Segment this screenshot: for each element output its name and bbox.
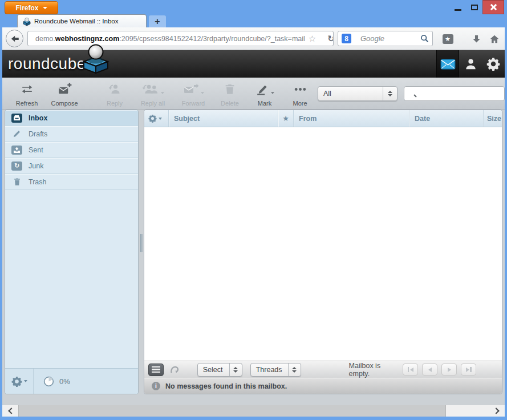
folder-label: Junk <box>29 162 43 170</box>
column-from[interactable]: From <box>293 110 409 127</box>
taskbar <box>436 50 505 78</box>
chevron-down-icon <box>43 7 47 9</box>
folder-label: Drafts <box>29 130 47 138</box>
previous-page-button[interactable] <box>422 364 437 375</box>
reply-all-label: Reply all <box>141 100 165 107</box>
chevron-down-icon <box>24 380 27 382</box>
reply-label: Reply <box>107 100 123 107</box>
bookmarks-menu-button[interactable]: ★ <box>440 32 461 46</box>
column-subject[interactable]: Subject <box>168 110 278 127</box>
task-mail[interactable] <box>436 50 459 78</box>
horizontal-scrollbar[interactable] <box>2 405 505 417</box>
column-date[interactable]: Date <box>409 110 483 127</box>
first-page-button[interactable] <box>403 364 418 375</box>
column-flag[interactable]: ★ <box>278 110 293 127</box>
mark-dropdown-icon[interactable] <box>271 92 274 94</box>
reply-all-dropdown-icon[interactable] <box>161 92 164 94</box>
refresh-icon <box>20 82 34 96</box>
message-list-header: Subject ★ From Date Size <box>144 110 502 127</box>
refresh-button[interactable]: Refresh <box>9 82 44 107</box>
threads-spinner-icon <box>288 364 301 376</box>
trash-icon <box>224 82 236 96</box>
select-spinner-icon <box>383 87 397 100</box>
browser-window: Firefox Roundcube Webmail :: Inbox + <box>0 0 507 420</box>
search-icon[interactable] <box>420 34 429 43</box>
reload-icon[interactable]: ↻ <box>327 34 334 43</box>
scroll-left-button[interactable] <box>2 405 18 417</box>
browser-search-box[interactable]: 8 Google <box>338 31 433 46</box>
delete-button[interactable]: Delete <box>214 82 245 107</box>
home-button[interactable] <box>487 32 502 46</box>
downloads-button[interactable] <box>469 32 484 46</box>
chevron-left-icon <box>8 407 14 414</box>
maximize-button[interactable] <box>466 0 482 14</box>
message-list-body[interactable] <box>144 127 502 361</box>
sent-icon <box>11 146 22 155</box>
mail-icon <box>440 59 456 70</box>
select-dropdown[interactable]: Select <box>197 363 242 377</box>
url-bar[interactable]: demo.webhostingnz.com:2095/cpsess9841522… <box>27 31 334 46</box>
thread-mode-icon[interactable] <box>169 364 180 375</box>
panel-splitter[interactable] <box>140 234 144 252</box>
folder-sent[interactable]: Sent <box>5 142 138 158</box>
window-controls <box>449 0 504 14</box>
folder-drafts[interactable]: Drafts <box>5 126 138 142</box>
scroll-right-button[interactable] <box>489 405 505 417</box>
back-button[interactable] <box>6 30 23 47</box>
url-path: :2095/cpsess9841522412/3rdparty/roundcub… <box>119 35 305 43</box>
column-size[interactable]: Size <box>483 110 502 127</box>
trash-icon <box>11 177 22 187</box>
new-tab-button[interactable]: + <box>149 15 166 27</box>
mail-search-box[interactable] <box>404 86 505 101</box>
reply-all-icon <box>141 82 159 96</box>
tab-roundcube-webmail[interactable]: Roundcube Webmail :: Inbox <box>17 14 147 27</box>
bookmarks-star-icon: ★ <box>443 34 453 44</box>
folder-label: Sent <box>29 146 43 154</box>
last-page-button[interactable] <box>461 364 476 375</box>
reply-button[interactable]: Reply <box>98 82 131 107</box>
task-settings[interactable] <box>482 50 505 78</box>
folder-junk[interactable]: ↻ Junk <box>5 158 138 174</box>
firefox-menu-button[interactable]: Firefox <box>5 1 58 14</box>
chevron-down-icon <box>159 118 162 120</box>
pencil-icon <box>11 130 22 139</box>
bookmark-star-icon[interactable]: ☆ <box>309 34 316 43</box>
more-label: More <box>293 100 307 107</box>
star-icon: ★ <box>282 114 289 123</box>
home-icon <box>489 34 500 44</box>
google-logo-icon: 8 <box>342 34 351 43</box>
search-scope-select[interactable]: All <box>318 86 398 101</box>
search-scope-value: All <box>318 90 383 98</box>
list-view-mode-button[interactable] <box>148 364 164 376</box>
forward-button[interactable]: Forward <box>175 82 212 107</box>
download-icon <box>472 34 481 44</box>
mail-toolbar: Refresh Compose Reply <box>2 78 505 110</box>
roundcube-page: roundcube <box>2 50 505 405</box>
folder-sidebar: Inbox Drafts Sent ↻ Junk <box>5 110 139 394</box>
task-addressbook[interactable] <box>459 50 482 78</box>
folder-inbox[interactable]: Inbox <box>5 110 138 126</box>
forward-dropdown-icon[interactable] <box>201 92 204 94</box>
folder-actions-button[interactable] <box>5 369 34 394</box>
list-options-button[interactable] <box>144 110 168 127</box>
threads-dropdown-value: Threads <box>251 366 288 374</box>
scrollbar-thumb[interactable] <box>18 405 446 417</box>
folder-label: Inbox <box>29 114 47 122</box>
next-page-button[interactable] <box>441 364 457 375</box>
reply-all-button[interactable]: Reply all <box>132 82 173 107</box>
close-button[interactable] <box>482 0 504 14</box>
compose-button[interactable]: Compose <box>47 82 82 107</box>
gear-icon <box>148 114 157 123</box>
select-spinner-icon <box>229 364 242 376</box>
threads-dropdown[interactable]: Threads <box>250 363 301 377</box>
plus-icon: + <box>155 17 160 27</box>
quota-pie-icon <box>43 376 54 387</box>
gear-icon <box>11 376 22 387</box>
folder-trash[interactable]: Trash <box>5 174 138 190</box>
minimize-button[interactable] <box>449 0 466 14</box>
refresh-label: Refresh <box>16 100 38 107</box>
sidebar-footer: 0% <box>5 368 138 394</box>
mark-button[interactable]: Mark <box>248 82 282 107</box>
more-button[interactable]: More <box>284 82 316 107</box>
mailbox-status-text: Mailbox is empty. <box>349 362 403 378</box>
